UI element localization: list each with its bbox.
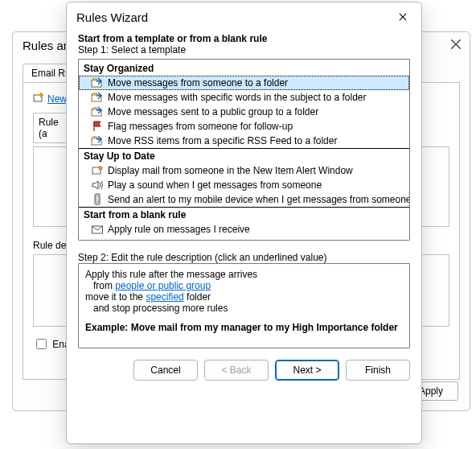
category-blank-rule: Start from a blank rule — [79, 207, 409, 222]
cancel-button[interactable]: Cancel — [133, 360, 198, 381]
close-icon[interactable] — [449, 39, 463, 53]
template-move-public-group[interactable]: Move messages sent to a public group to … — [79, 105, 409, 119]
desc-line-from: from people or public group — [85, 280, 403, 291]
template-label: Apply rule on messages I receive — [108, 223, 250, 236]
template-move-from-someone[interactable]: Move messages from someone to a folder — [79, 76, 409, 90]
close-button[interactable] — [394, 9, 412, 25]
mobile-icon — [90, 193, 105, 206]
svg-point-8 — [96, 203, 97, 204]
template-move-words-subject[interactable]: Move messages with specific words in the… — [79, 90, 409, 105]
wizard-title: Rules Wizard — [76, 10, 148, 24]
template-new-item-alert[interactable]: Display mail from someone in the New Ite… — [79, 163, 409, 178]
intro-heading: Start from a template or from a blank ru… — [78, 33, 410, 44]
desc-line-move: move it to the specified folder — [85, 291, 403, 303]
move-folder-icon — [90, 134, 105, 147]
step1-label: Step 1: Select a template — [78, 44, 410, 56]
desc-example: Example: Move mail from my manager to my… — [85, 322, 403, 333]
template-listbox[interactable]: Stay Organized Move messages from someon… — [78, 59, 410, 241]
wizard-buttons: Cancel < Back Next > Finish — [67, 348, 421, 390]
desc-line-apply: Apply this rule after the message arrive… — [85, 269, 403, 280]
rules-wizard-dialog: Rules Wizard Start from a template or fr… — [66, 2, 422, 444]
template-mobile-alert[interactable]: Send an alert to my mobile device when I… — [79, 192, 409, 207]
move-folder-icon — [90, 105, 105, 118]
finish-button[interactable]: Finish — [346, 360, 410, 381]
desc-text: from — [93, 280, 115, 291]
template-label: Display mail from someone in the New Ite… — [108, 164, 353, 177]
move-folder-icon — [90, 91, 105, 104]
link-specified-folder[interactable]: specified — [146, 291, 183, 303]
template-label: Send an alert to my mobile device when I… — [108, 193, 410, 206]
back-button[interactable]: < Back — [204, 360, 269, 381]
sound-icon — [90, 179, 105, 192]
move-folder-icon — [90, 76, 105, 89]
template-label: Apply rule on messages I send — [108, 237, 240, 241]
category-stay-organized: Stay Organized — [79, 60, 409, 76]
link-people-or-group[interactable]: people or public group — [115, 280, 211, 291]
next-button[interactable]: Next > — [275, 360, 339, 381]
wizard-titlebar: Rules Wizard — [67, 2, 421, 27]
svg-rect-7 — [96, 196, 99, 202]
enable-checkbox[interactable] — [36, 339, 47, 349]
template-label: Move messages sent to a public group to … — [108, 105, 318, 118]
desc-text: folder — [184, 291, 211, 303]
template-label: Move messages with specific words in the… — [108, 91, 366, 104]
template-label: Flag messages from someone for follow-up — [108, 120, 293, 133]
send-arrow-icon — [90, 237, 105, 241]
alert-star-icon — [90, 164, 105, 177]
template-label: Move messages from someone to a folder — [108, 76, 288, 89]
template-label: Move RSS items from a specific RSS Feed … — [108, 134, 337, 147]
envelope-icon — [90, 223, 105, 236]
template-blank-receive[interactable]: Apply rule on messages I receive — [79, 222, 409, 237]
template-blank-send[interactable]: Apply rule on messages I send — [79, 237, 409, 241]
template-play-sound[interactable]: Play a sound when I get messages from so… — [79, 178, 409, 192]
desc-line-stop: and stop processing more rules — [85, 303, 403, 314]
new-rule-icon — [33, 93, 44, 104]
template-label: Play a sound when I get messages from so… — [108, 179, 322, 192]
description-box: Apply this rule after the message arrive… — [78, 263, 410, 348]
desc-text: move it to the — [85, 291, 146, 303]
template-flag-followup[interactable]: Flag messages from someone for follow-up — [79, 119, 409, 134]
flag-icon — [90, 120, 105, 133]
category-stay-up-to-date: Stay Up to Date — [79, 148, 409, 163]
template-move-rss[interactable]: Move RSS items from a specific RSS Feed … — [79, 134, 409, 148]
step2-label: Step 2: Edit the rule description (click… — [78, 252, 410, 263]
